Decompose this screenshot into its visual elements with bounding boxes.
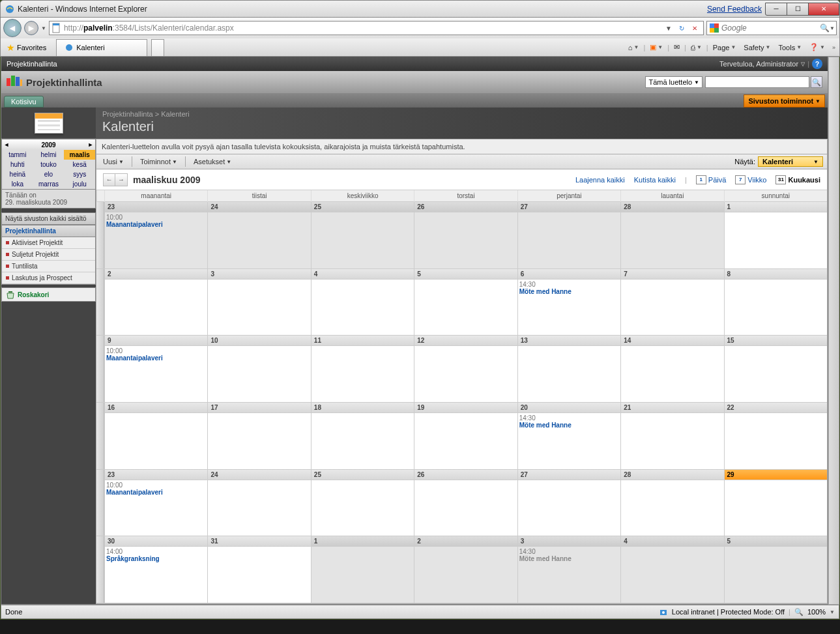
nav-section-header[interactable]: Projektinhallinta — [1, 225, 96, 237]
nav-item[interactable]: Tuntilista — [2, 261, 95, 272]
event-title[interactable]: Språkgranksning — [106, 555, 206, 562]
day-cell[interactable]: 22 — [724, 403, 827, 469]
recycle-bin-link[interactable]: Roskakori — [1, 287, 96, 302]
day-cell[interactable]: 314:30Möte med Hanne — [517, 536, 620, 603]
settings-button[interactable]: Asetukset▼ — [191, 158, 234, 166]
site-actions-button[interactable]: Sivuston toiminnot ▼ — [744, 94, 825, 108]
day-cell[interactable]: 11 — [311, 336, 414, 402]
mini-month-huhti[interactable]: huhti — [2, 160, 33, 169]
mini-next-button[interactable]: ► — [86, 141, 95, 148]
day-cell[interactable]: 13 — [517, 336, 620, 402]
site-link[interactable]: Projektinhallinta — [7, 60, 57, 68]
welcome-dropdown-icon[interactable]: ▽ — [801, 61, 805, 67]
day-cell[interactable]: 17 — [207, 403, 310, 469]
search-dropdown[interactable]: ▼ — [830, 25, 835, 31]
maximize-button[interactable]: ☐ — [787, 3, 809, 16]
back-button[interactable]: ◄ — [3, 19, 22, 37]
search-go-button[interactable]: 🔍 — [820, 23, 830, 33]
send-feedback-link[interactable]: Send Feedback — [707, 5, 762, 14]
browser-tab[interactable]: Kalenteri — [56, 39, 147, 56]
day-view-button[interactable]: 1Päivä — [696, 175, 727, 184]
event-title[interactable]: Maanantaipalaveri — [106, 354, 206, 362]
day-cell[interactable]: 21 — [620, 403, 723, 469]
nav-item[interactable]: Laskutus ja Prospect — [2, 272, 95, 284]
chevron-right-icon[interactable]: » — [832, 44, 835, 51]
view-all-content-link[interactable]: Näytä sivuston kaikki sisältö — [1, 212, 96, 225]
day-cell[interactable]: 29 — [724, 470, 827, 536]
address-dropdown[interactable]: ▼ — [662, 22, 675, 35]
actions-button[interactable]: Toiminnot▼ — [138, 158, 180, 166]
day-cell[interactable]: 26 — [414, 202, 517, 268]
new-button[interactable]: Uusi▼ — [100, 158, 126, 166]
site-title[interactable]: Projektinhallinta — [26, 77, 645, 88]
week-handle[interactable] — [96, 202, 104, 268]
mini-month-touko[interactable]: touko — [33, 160, 65, 169]
mini-month-heinä[interactable]: heinä — [2, 169, 33, 179]
day-cell[interactable]: 24 — [207, 202, 310, 268]
day-cell[interactable]: 28 — [620, 202, 723, 268]
day-cell[interactable]: 16 — [104, 403, 207, 469]
day-cell[interactable]: 4 — [311, 269, 414, 336]
day-cell[interactable]: 18 — [311, 403, 414, 469]
day-cell[interactable]: 2310:00Maanantaipalaveri — [104, 202, 207, 268]
help-button[interactable]: ❓▼ — [806, 40, 828, 55]
zoom-icon[interactable]: 🔍 — [794, 608, 804, 616]
day-cell[interactable]: 1 — [724, 202, 827, 268]
mini-month-helmi[interactable]: helmi — [33, 150, 65, 160]
minimize-button[interactable]: ─ — [765, 3, 787, 16]
day-cell[interactable]: 5 — [414, 269, 517, 336]
day-cell[interactable]: 27 — [517, 470, 620, 536]
mini-month-elo[interactable]: elo — [33, 169, 65, 179]
week-handle[interactable] — [96, 403, 104, 469]
nav-item[interactable]: Suljetut Projektit — [2, 249, 95, 261]
day-cell[interactable]: 7 — [620, 269, 723, 336]
day-cell[interactable]: 2 — [104, 269, 207, 336]
safety-menu[interactable]: Safety▼ — [740, 40, 774, 55]
page-menu[interactable]: Page▼ — [710, 40, 740, 55]
month-view-button[interactable]: 31Kuukausi — [775, 175, 820, 184]
refresh-button[interactable]: ↻ — [675, 22, 688, 35]
day-cell[interactable]: 2310:00Maanantaipalaveri — [104, 470, 207, 536]
zoom-dropdown[interactable]: ▼ — [830, 609, 835, 615]
day-cell[interactable]: 3 — [207, 269, 310, 336]
week-handle[interactable] — [96, 536, 104, 603]
nav-dropdown[interactable]: ▼ — [41, 25, 46, 31]
day-cell[interactable]: 26 — [414, 470, 517, 536]
welcome-text[interactable]: Tervetuloa, Administrator — [719, 60, 798, 68]
day-cell[interactable]: 12 — [414, 336, 517, 402]
breadcrumb-parent[interactable]: Projektinhallinta — [102, 110, 153, 118]
mini-month-tammi[interactable]: tammi — [2, 150, 33, 160]
day-cell[interactable]: 8 — [724, 269, 827, 336]
help-icon[interactable]: ? — [812, 59, 822, 69]
mini-month-maalis[interactable]: maalis — [64, 150, 95, 160]
event-title[interactable]: Maanantaipalaveri — [106, 221, 206, 228]
week-handle[interactable] — [96, 470, 104, 536]
sp-search-button[interactable]: 🔍 — [811, 76, 822, 88]
week-handle[interactable] — [96, 269, 104, 336]
day-cell[interactable]: 5 — [724, 536, 827, 603]
day-cell[interactable]: 614:30Möte med Hanne — [517, 269, 620, 336]
day-cell[interactable]: 19 — [414, 403, 517, 469]
day-cell[interactable]: 25 — [311, 202, 414, 268]
forward-button[interactable]: ► — [24, 21, 38, 35]
day-cell[interactable]: 15 — [724, 336, 827, 402]
day-cell[interactable]: 3014:00Språkgranksning — [104, 536, 207, 603]
day-cell[interactable]: 4 — [620, 536, 723, 603]
vertical-scrollbar[interactable] — [828, 57, 839, 605]
mail-button[interactable]: ✉ — [671, 40, 683, 55]
day-cell[interactable]: 24 — [207, 470, 310, 536]
search-box[interactable]: 🔍 ▼ — [706, 21, 837, 35]
collapse-all-link[interactable]: Kutista kaikki — [634, 176, 676, 184]
day-cell[interactable]: 28 — [620, 470, 723, 536]
mini-month-loka[interactable]: loka — [2, 179, 33, 189]
day-cell[interactable]: 910:00Maanantaipalaveri — [104, 336, 207, 402]
week-handle[interactable] — [96, 336, 104, 402]
new-tab-button[interactable] — [151, 39, 164, 56]
mini-month-marras[interactable]: marras — [33, 179, 65, 189]
print-button[interactable]: ⎙▼ — [688, 40, 705, 55]
day-cell[interactable]: 10 — [207, 336, 310, 402]
search-scope-dropdown[interactable]: Tämä luettelo ▼ — [645, 76, 702, 88]
event-title[interactable]: Möte med Hanne — [519, 288, 619, 295]
nav-item[interactable]: Aktiiviset Projektit — [2, 237, 95, 249]
search-input[interactable] — [721, 23, 820, 33]
